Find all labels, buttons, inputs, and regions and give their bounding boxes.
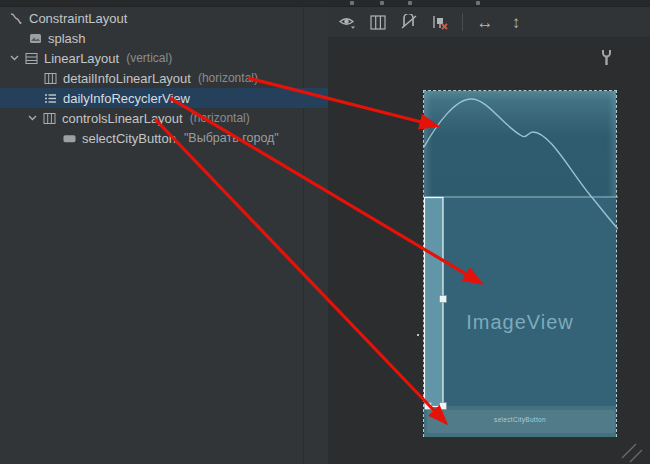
resize-height-icon[interactable]: ↕ [505,11,527,33]
tree-item-label: LinearLayout [44,51,119,66]
cutoff-button-mark [350,1,354,5]
cutoff-button-mark [408,1,412,5]
wrench-icon[interactable] [600,49,613,70]
chevron-down-icon[interactable] [8,52,20,64]
tree-item-controlslinearlayout[interactable]: controlsLinearLayout (horizontal) [0,108,328,128]
clear-constraints-icon[interactable] [429,11,451,33]
design-panel: ↔ ↕ ImageView selectCityButton [328,7,650,464]
selection-handle [440,296,447,303]
image-icon [29,32,42,45]
toolbar-separator [462,13,463,31]
orientation-annotation: (vertical) [126,51,172,65]
resize-width-icon[interactable]: ↔ [474,11,496,33]
cutoff-button-mark [476,1,480,5]
button-icon [63,132,76,145]
anchor-dot [417,334,419,336]
component-tree-panel: ConstraintLayout splash LinearLayout (ve… [0,7,328,464]
orientation-annotation: (horizontal) [198,71,258,85]
tree-item-linearlayout[interactable]: LinearLayout (vertical) [0,48,328,68]
tree-item-label: ConstraintLayout [29,11,127,26]
layout-preview[interactable]: ImageView selectCityButton [423,90,617,437]
cutoff-toolbar-strip [0,0,650,7]
column-guides-icon[interactable] [367,11,389,33]
button-text-value: "Выбрать город" [184,131,279,145]
tree-item-label: detailInfoLinearLayout [63,71,191,86]
tree-item-detailinfolinearlayout[interactable]: detailInfoLinearLayout (horizontal) [0,68,328,88]
button-highlight [427,410,615,433]
eye-icon[interactable] [336,11,358,33]
list-icon [44,92,57,105]
columns-icon [44,72,57,85]
columns-icon [43,112,56,125]
constraint-icon [10,12,23,25]
resize-handle-icon[interactable] [620,442,644,464]
selection-handle [440,403,447,410]
design-surface[interactable]: ImageView selectCityButton [328,38,650,464]
tree-item-label: splash [48,31,86,46]
selection-handle [425,403,432,410]
cutoff-button-mark [380,1,384,5]
tree-item-label: selectCityButton [82,131,176,146]
splash-curve [424,99,618,229]
tree-item-constraintlayout[interactable]: ConstraintLayout [0,8,328,28]
orientation-annotation: (horizontal) [190,111,250,125]
rows-icon [25,52,38,65]
tree-item-selectcitybutton[interactable]: selectCityButton "Выбрать город" [0,128,328,148]
design-toolbar: ↔ ↕ [328,7,650,38]
tree-item-label: dailyInfoRecyclerView [63,91,190,106]
tree-item-splash[interactable]: splash [0,28,328,48]
chevron-down-icon[interactable] [26,112,38,124]
tree-item-dailyinforecyclerview[interactable]: dailyInfoRecyclerView [0,88,328,108]
preview-overlay [424,91,618,438]
autoconnect-off-icon[interactable] [398,11,420,33]
tree-item-label: controlsLinearLayout [62,111,183,126]
